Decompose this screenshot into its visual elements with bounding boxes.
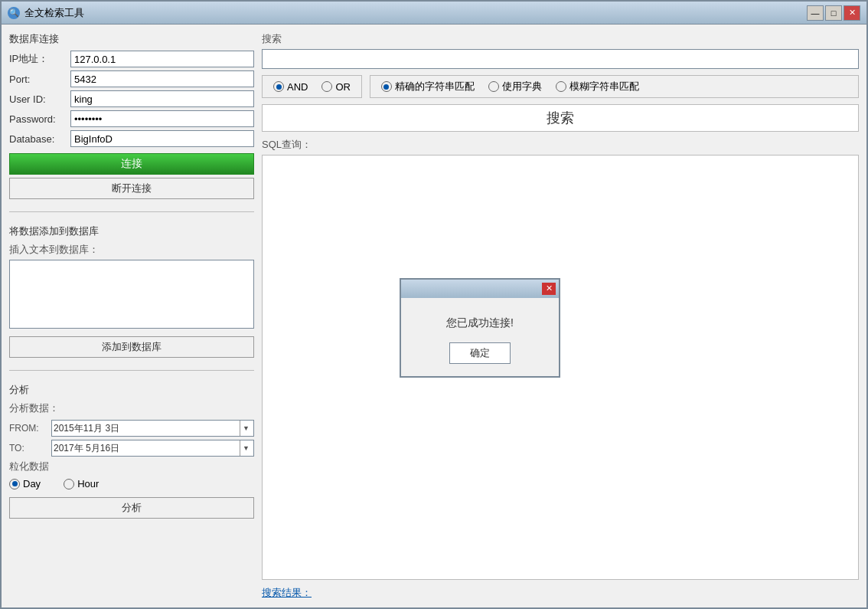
port-label: Port: [9,74,70,85]
radio-fuzzy-circle[interactable] [556,81,566,92]
divider2 [9,370,254,371]
add-to-db-button[interactable]: 添加到数据库 [9,336,254,358]
to-row: TO: 2017年 5月16日 ▼ [9,440,254,457]
modal-close-button[interactable]: ✕ [542,283,556,295]
radio-exact-label: 精确的字符串匹配 [395,80,475,93]
disconnect-button[interactable]: 断开连接 [9,178,254,199]
radio-or-circle[interactable] [321,81,332,92]
to-date-value: 2017年 5月16日 [54,442,240,455]
granularity-radio-row: Day Hour [9,478,254,489]
ip-row: IP地址： [9,51,254,67]
radio-hour-item[interactable]: Hour [64,478,99,489]
insert-textarea[interactable] [9,260,254,329]
granularity-label: 粒化数据 [9,460,254,473]
radio-day-circle[interactable] [9,479,20,489]
search-label: 搜索 [262,32,859,46]
modal-titlebar: ✕ [401,280,559,298]
port-row: Port: [9,70,254,87]
analysis-data-label: 分析数据： [9,401,254,415]
search-button[interactable]: 搜索 [262,104,859,132]
from-date-value: 2015年11月 3日 [54,422,240,435]
modal-body: 您已成功连接! 确定 [401,298,559,376]
minimize-button[interactable]: — [807,5,824,21]
match-type-group: 精确的字符串匹配 使用字典 模糊字符串匹配 [370,75,859,98]
connect-button[interactable]: 连接 [9,153,254,175]
ip-label: IP地址： [9,52,70,66]
modal-ok-button[interactable]: 确定 [449,342,511,364]
title-left: 🔍 全文检索工具 [8,6,84,20]
radio-or-item[interactable]: OR [321,81,351,93]
from-date-input[interactable]: 2015年11月 3日 ▼ [51,420,254,437]
results-label: 搜索结果： [262,586,859,600]
radio-options-container: AND OR 精确的字符串匹配 [262,75,859,98]
analysis-section-title: 分析 [9,383,254,397]
divider1 [9,211,254,212]
radio-dict-item[interactable]: 使用字典 [488,80,542,93]
radio-fuzzy-item[interactable]: 模糊字符串匹配 [556,80,639,93]
add-data-section: 将数据添加到数据库 插入文本到数据库： 添加到数据库 [9,224,254,358]
password-label: Password: [9,113,70,125]
search-section: 搜索 AND OR [262,32,859,132]
analysis-section: 分析 分析数据： FROM: 2015年11月 3日 ▼ TO: 2017年 5… [9,383,254,519]
radio-dict-circle[interactable] [488,81,499,92]
app-icon: 🔍 [8,7,20,19]
search-input[interactable] [262,49,859,69]
add-section-title: 将数据添加到数据库 [9,224,254,238]
analysis-button[interactable]: 分析 [9,497,254,519]
right-panel: 搜索 AND OR [262,32,859,600]
success-modal: ✕ 您已成功连接! 确定 [400,278,560,378]
window-title: 全文检索工具 [24,6,84,20]
main-window: 🔍 全文检索工具 — □ ✕ 数据库连接 IP地址： Port: [0,0,868,609]
from-date-arrow[interactable]: ▼ [240,421,252,436]
radio-and-circle[interactable] [273,81,284,92]
radio-or-label: OR [335,81,351,93]
database-row: Database: [9,130,254,147]
sql-section: SQL查询： [262,138,859,580]
radio-day-item[interactable]: Day [9,478,41,489]
port-input[interactable] [70,70,254,87]
and-or-group: AND OR [262,75,362,98]
db-section-title: 数据库连接 [9,32,254,46]
modal-message: 您已成功连接! [446,316,514,330]
database-input[interactable] [70,130,254,147]
db-connect-section: 数据库连接 IP地址： Port: User ID: Password: [9,32,254,199]
granularity-section: 粒化数据 Day Hour [9,460,254,489]
sql-label: SQL查询： [262,138,859,152]
password-row: Password: [9,110,254,127]
close-button[interactable]: ✕ [844,5,860,21]
sql-area[interactable] [262,155,859,580]
title-bar: 🔍 全文检索工具 — □ ✕ [2,2,866,25]
left-panel: 数据库连接 IP地址： Port: User ID: Password: [9,32,254,600]
radio-and-label: AND [287,81,308,93]
results-section: 搜索结果： [262,586,859,600]
window-controls: — □ ✕ [807,5,860,21]
radio-and-item[interactable]: AND [273,81,308,93]
radio-exact-circle[interactable] [381,81,392,92]
from-label: FROM: [9,423,51,434]
to-date-input[interactable]: 2017年 5月16日 ▼ [51,440,254,457]
ip-input[interactable] [70,51,254,67]
maximize-button[interactable]: □ [825,5,842,21]
to-date-arrow[interactable]: ▼ [240,440,252,456]
password-input[interactable] [70,110,254,127]
userid-row: User ID: [9,90,254,107]
database-label: Database: [9,133,70,145]
insert-label: 插入文本到数据库： [9,243,254,257]
radio-hour-circle[interactable] [64,479,74,489]
userid-label: User ID: [9,93,70,105]
radio-hour-label: Hour [77,478,99,489]
userid-input[interactable] [70,90,254,107]
radio-exact-item[interactable]: 精确的字符串匹配 [381,80,475,93]
radio-fuzzy-label: 模糊字符串匹配 [569,80,639,93]
radio-dict-label: 使用字典 [502,80,542,93]
to-label: TO: [9,443,51,453]
radio-day-label: Day [23,478,41,489]
from-row: FROM: 2015年11月 3日 ▼ [9,420,254,437]
